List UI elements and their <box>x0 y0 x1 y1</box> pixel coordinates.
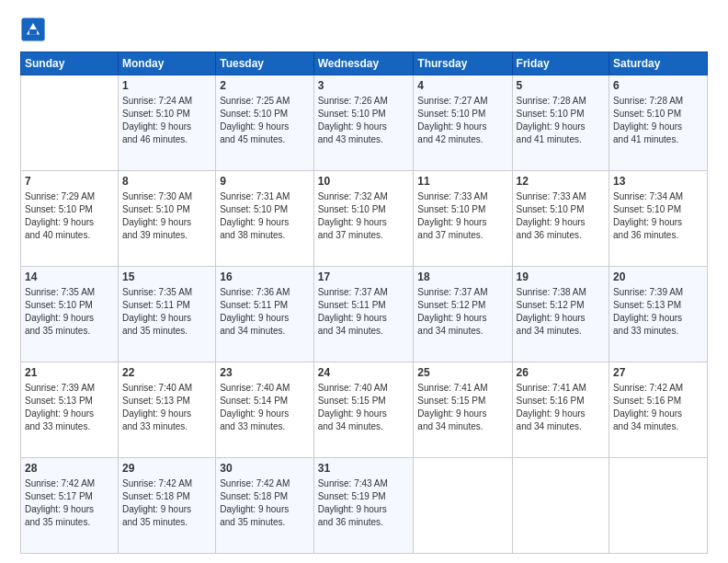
calendar-cell: 25Sunrise: 7:41 AM Sunset: 5:15 PM Dayli… <box>414 362 512 458</box>
header <box>20 17 708 42</box>
calendar-cell <box>512 458 609 554</box>
calendar-cell: 14Sunrise: 7:35 AM Sunset: 5:10 PM Dayli… <box>21 267 119 362</box>
day-number: 4 <box>417 78 507 94</box>
cell-content: Sunrise: 7:39 AM Sunset: 5:13 PM Dayligh… <box>25 382 114 433</box>
cell-content: Sunrise: 7:37 AM Sunset: 5:12 PM Dayligh… <box>417 286 507 338</box>
header-cell-thursday: Thursday <box>414 52 512 75</box>
day-number: 6 <box>613 78 703 94</box>
calendar-cell: 12Sunrise: 7:33 AM Sunset: 5:10 PM Dayli… <box>512 171 609 267</box>
day-number: 7 <box>25 174 114 190</box>
day-number: 28 <box>25 461 114 477</box>
cell-content: Sunrise: 7:26 AM Sunset: 5:10 PM Dayligh… <box>318 95 410 146</box>
calendar-cell <box>414 458 512 554</box>
day-number: 31 <box>318 461 410 477</box>
cell-content: Sunrise: 7:37 AM Sunset: 5:11 PM Dayligh… <box>318 286 410 338</box>
day-number: 19 <box>517 270 605 285</box>
calendar-cell: 7Sunrise: 7:29 AM Sunset: 5:10 PM Daylig… <box>21 171 119 267</box>
calendar-cell: 8Sunrise: 7:30 AM Sunset: 5:10 PM Daylig… <box>118 171 215 267</box>
cell-content: Sunrise: 7:33 AM Sunset: 5:10 PM Dayligh… <box>417 190 507 242</box>
page: SundayMondayTuesdayWednesdayThursdayFrid… <box>0 0 728 563</box>
cell-content: Sunrise: 7:38 AM Sunset: 5:12 PM Dayligh… <box>517 286 605 338</box>
cell-content: Sunrise: 7:28 AM Sunset: 5:10 PM Dayligh… <box>517 95 605 146</box>
day-number: 12 <box>517 174 605 190</box>
cell-content: Sunrise: 7:25 AM Sunset: 5:10 PM Dayligh… <box>220 95 310 146</box>
calendar-cell: 5Sunrise: 7:28 AM Sunset: 5:10 PM Daylig… <box>512 75 609 171</box>
header-cell-saturday: Saturday <box>609 52 708 75</box>
header-cell-sunday: Sunday <box>21 52 119 75</box>
calendar-cell: 26Sunrise: 7:41 AM Sunset: 5:16 PM Dayli… <box>512 362 609 458</box>
cell-content: Sunrise: 7:42 AM Sunset: 5:17 PM Dayligh… <box>25 477 114 529</box>
day-number: 30 <box>220 461 310 477</box>
cell-content: Sunrise: 7:28 AM Sunset: 5:10 PM Dayligh… <box>613 95 703 146</box>
week-row-2: 14Sunrise: 7:35 AM Sunset: 5:10 PM Dayli… <box>21 267 708 362</box>
header-cell-friday: Friday <box>512 52 609 75</box>
day-number: 22 <box>122 365 211 381</box>
day-number: 20 <box>613 270 703 285</box>
cell-content: Sunrise: 7:36 AM Sunset: 5:11 PM Dayligh… <box>220 286 310 338</box>
logo <box>20 17 48 42</box>
calendar-cell: 20Sunrise: 7:39 AM Sunset: 5:13 PM Dayli… <box>609 267 708 362</box>
calendar-cell: 15Sunrise: 7:35 AM Sunset: 5:11 PM Dayli… <box>118 267 215 362</box>
cell-content: Sunrise: 7:27 AM Sunset: 5:10 PM Dayligh… <box>417 95 507 146</box>
cell-content: Sunrise: 7:34 AM Sunset: 5:10 PM Dayligh… <box>613 190 703 242</box>
cell-content: Sunrise: 7:41 AM Sunset: 5:16 PM Dayligh… <box>517 382 605 433</box>
day-number: 1 <box>122 78 211 94</box>
day-number: 18 <box>417 270 507 285</box>
calendar-cell: 23Sunrise: 7:40 AM Sunset: 5:14 PM Dayli… <box>216 362 314 458</box>
cell-content: Sunrise: 7:42 AM Sunset: 5:16 PM Dayligh… <box>613 382 703 433</box>
calendar-cell: 19Sunrise: 7:38 AM Sunset: 5:12 PM Dayli… <box>512 267 609 362</box>
cell-content: Sunrise: 7:33 AM Sunset: 5:10 PM Dayligh… <box>517 190 605 242</box>
cell-content: Sunrise: 7:35 AM Sunset: 5:10 PM Dayligh… <box>25 286 114 338</box>
cell-content: Sunrise: 7:24 AM Sunset: 5:10 PM Dayligh… <box>122 95 211 146</box>
day-number: 26 <box>517 365 605 381</box>
day-number: 5 <box>517 78 605 94</box>
day-number: 15 <box>122 270 211 285</box>
calendar-cell: 11Sunrise: 7:33 AM Sunset: 5:10 PM Dayli… <box>414 171 512 267</box>
day-number: 23 <box>220 365 310 381</box>
cell-content: Sunrise: 7:35 AM Sunset: 5:11 PM Dayligh… <box>122 286 211 338</box>
day-number: 10 <box>318 174 410 190</box>
day-number: 2 <box>220 78 310 94</box>
header-cell-wednesday: Wednesday <box>313 52 414 75</box>
calendar-cell: 28Sunrise: 7:42 AM Sunset: 5:17 PM Dayli… <box>21 458 119 554</box>
cell-content: Sunrise: 7:42 AM Sunset: 5:18 PM Dayligh… <box>122 477 211 529</box>
calendar-cell: 31Sunrise: 7:43 AM Sunset: 5:19 PM Dayli… <box>313 458 414 554</box>
header-row: SundayMondayTuesdayWednesdayThursdayFrid… <box>21 52 708 75</box>
svg-rect-2 <box>29 29 37 35</box>
calendar-cell: 27Sunrise: 7:42 AM Sunset: 5:16 PM Dayli… <box>609 362 708 458</box>
day-number: 8 <box>122 174 211 190</box>
header-cell-tuesday: Tuesday <box>216 52 314 75</box>
cell-content: Sunrise: 7:32 AM Sunset: 5:10 PM Dayligh… <box>318 190 410 242</box>
week-row-0: 1Sunrise: 7:24 AM Sunset: 5:10 PM Daylig… <box>21 75 708 171</box>
calendar-cell: 13Sunrise: 7:34 AM Sunset: 5:10 PM Dayli… <box>609 171 708 267</box>
day-number: 25 <box>417 365 507 381</box>
calendar-cell: 4Sunrise: 7:27 AM Sunset: 5:10 PM Daylig… <box>414 75 512 171</box>
day-number: 17 <box>318 270 410 285</box>
cell-content: Sunrise: 7:39 AM Sunset: 5:13 PM Dayligh… <box>613 286 703 338</box>
cell-content: Sunrise: 7:31 AM Sunset: 5:10 PM Dayligh… <box>220 190 310 242</box>
day-number: 21 <box>25 365 114 381</box>
calendar-cell: 24Sunrise: 7:40 AM Sunset: 5:15 PM Dayli… <box>313 362 414 458</box>
day-number: 16 <box>220 270 310 285</box>
header-cell-monday: Monday <box>118 52 215 75</box>
week-row-1: 7Sunrise: 7:29 AM Sunset: 5:10 PM Daylig… <box>21 171 708 267</box>
cell-content: Sunrise: 7:40 AM Sunset: 5:14 PM Dayligh… <box>220 382 310 433</box>
calendar-cell <box>609 458 708 554</box>
calendar-cell <box>21 75 119 171</box>
calendar-header: SundayMondayTuesdayWednesdayThursdayFrid… <box>21 52 708 75</box>
day-number: 11 <box>417 174 507 190</box>
week-row-4: 28Sunrise: 7:42 AM Sunset: 5:17 PM Dayli… <box>21 458 708 554</box>
logo-icon <box>20 17 46 42</box>
day-number: 13 <box>613 174 703 190</box>
day-number: 14 <box>25 270 114 285</box>
day-number: 24 <box>318 365 410 381</box>
calendar-cell: 6Sunrise: 7:28 AM Sunset: 5:10 PM Daylig… <box>609 75 708 171</box>
cell-content: Sunrise: 7:41 AM Sunset: 5:15 PM Dayligh… <box>417 382 507 433</box>
calendar-cell: 22Sunrise: 7:40 AM Sunset: 5:13 PM Dayli… <box>118 362 215 458</box>
calendar-cell: 18Sunrise: 7:37 AM Sunset: 5:12 PM Dayli… <box>414 267 512 362</box>
cell-content: Sunrise: 7:40 AM Sunset: 5:13 PM Dayligh… <box>122 382 211 433</box>
week-row-3: 21Sunrise: 7:39 AM Sunset: 5:13 PM Dayli… <box>21 362 708 458</box>
calendar-cell: 16Sunrise: 7:36 AM Sunset: 5:11 PM Dayli… <box>216 267 314 362</box>
day-number: 9 <box>220 174 310 190</box>
day-number: 29 <box>122 461 211 477</box>
